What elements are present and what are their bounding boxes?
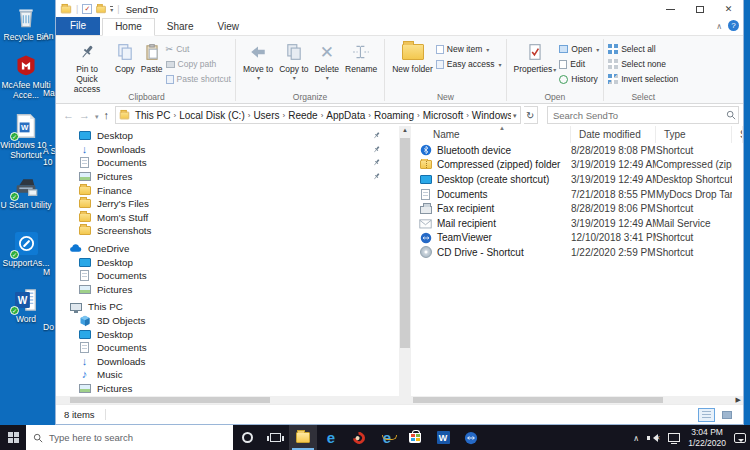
tab-home[interactable]: Home (102, 18, 155, 36)
recent-locations-icon[interactable] (95, 109, 99, 121)
nav-vertical-scrollbar[interactable]: ▲ (399, 126, 411, 396)
breadcrumb-appdata[interactable]: AppData (323, 110, 368, 121)
refresh-button[interactable] (524, 106, 538, 124)
sidebar-item-3d-objects[interactable]: 3D Objects (56, 314, 399, 328)
sidebar-item-jerry-s-files[interactable]: Jerry's Files (56, 197, 399, 211)
properties-button[interactable]: Properties (511, 39, 560, 76)
sidebar-item-desktop[interactable]: Desktop (56, 129, 399, 143)
sidebar-item-music[interactable]: ♪Music (56, 368, 399, 382)
nav-horizontal-scrollbar[interactable] (56, 396, 411, 404)
search-box[interactable] (547, 106, 739, 124)
taskbar-clock[interactable]: 3:04 PM 1/22/2020 (688, 427, 726, 447)
breadcrumb-microsoft[interactable]: Microsoft (420, 110, 467, 121)
sidebar-item-downloads[interactable]: ↓Downloads (56, 355, 399, 369)
file-row-mail-recipient[interactable]: Mail recipient3/19/2019 12:49 AMMail Ser… (411, 216, 743, 231)
taskbar-tvcircle-icon[interactable] (457, 425, 485, 450)
sidebar-item-mom-s-stuff[interactable]: Mom's Stuff (56, 211, 399, 225)
rename-button[interactable]: Rename (342, 39, 380, 76)
taskbar-search[interactable]: Type here to search (26, 425, 233, 450)
sidebar-item-this-pc[interactable]: This PC (56, 300, 399, 314)
list-horizontal-scrollbar[interactable]: ▶ (411, 396, 743, 404)
sidebar-item-onedrive[interactable]: OneDrive (56, 242, 399, 256)
action-center-icon[interactable] (734, 433, 746, 443)
help-icon[interactable]: ? (728, 20, 739, 31)
copy-button[interactable]: Copy (112, 39, 138, 76)
file-row-teamviewer[interactable]: TeamViewer12/10/2018 3:41 PMShortcut (411, 231, 743, 246)
invert-selection-button[interactable]: Invert selection (608, 72, 678, 86)
file-row-fax-recipient[interactable]: Fax recipient8/28/2019 8:06 PMShortcut (411, 201, 743, 216)
copy-path-button[interactable]: Copy path (166, 57, 231, 71)
scroll-right-icon[interactable]: ▶ (736, 396, 741, 404)
tab-file[interactable]: File (56, 17, 100, 35)
start-button[interactable] (0, 425, 26, 450)
maximize-button[interactable] (685, 0, 714, 18)
sidebar-item-pictures[interactable]: Pictures (56, 382, 399, 396)
breadcrumb-users[interactable]: Users (250, 110, 282, 121)
column-header-type[interactable]: Type (656, 126, 732, 143)
sidebar-item-pictures[interactable]: Pictures (56, 170, 399, 184)
breadcrumb-this-pc[interactable]: This PC (132, 110, 174, 121)
paste-button[interactable]: Paste (138, 39, 166, 76)
taskbar-redapp-icon[interactable] (345, 425, 373, 450)
minimize-button[interactable] (656, 0, 685, 18)
breadcrumb-local-disk-c-[interactable]: Local Disk (C:) (176, 110, 248, 121)
tab-view[interactable]: View (206, 19, 252, 35)
taskbar-taskview-icon[interactable] (261, 425, 289, 450)
search-input[interactable] (548, 110, 724, 121)
sidebar-item-desktop[interactable]: Desktop (56, 327, 399, 341)
network-icon[interactable] (668, 433, 680, 442)
qat-new-folder-icon[interactable] (97, 5, 107, 12)
sidebar-item-downloads[interactable]: ↓Downloads (56, 143, 399, 157)
sidebar-item-finance[interactable]: Finance (56, 183, 399, 197)
scrollbar-thumb[interactable] (400, 138, 410, 348)
breadcrumb-roaming[interactable]: Roaming (371, 110, 417, 121)
breadcrumb-reede[interactable]: Reede (285, 110, 320, 121)
column-header-size[interactable]: Size (732, 126, 743, 143)
taskbar-ie-icon[interactable]: e (373, 425, 401, 450)
large-icons-view-button[interactable] (718, 408, 735, 422)
new-item-button[interactable]: New item (436, 42, 502, 56)
taskbar-word-icon[interactable]: W (429, 425, 457, 450)
sidebar-item-pictures[interactable]: Pictures (56, 283, 399, 297)
file-row-compressed-zipped-folder[interactable]: Compressed (zipped) folder3/19/2019 12:4… (411, 158, 743, 173)
desktop-icon-u-scan-utility[interactable]: ✓U Scan Utility (0, 172, 52, 210)
tab-share[interactable]: Share (155, 19, 206, 35)
qat-customize-icon[interactable]: ▾ (110, 6, 113, 13)
new-folder-button[interactable]: New folder (389, 39, 436, 76)
sidebar-item-screenshots[interactable]: Screenshots (56, 224, 399, 238)
scrollbar-up-icon[interactable]: ▲ (399, 127, 411, 133)
file-row-bluetooth-device[interactable]: Bluetooth device8/28/2019 8:08 PMShortcu… (411, 143, 743, 158)
desktop-icon-word[interactable]: W✓Word (0, 286, 52, 324)
sidebar-item-desktop[interactable]: Desktop (56, 255, 399, 269)
volume-muted-icon[interactable]: ✕ (647, 433, 660, 443)
column-header-date-modified[interactable]: Date modified (571, 126, 656, 143)
column-header-name[interactable]: Name (411, 126, 571, 143)
delete-button[interactable]: ✕ Delete (311, 39, 342, 83)
history-button[interactable]: History (559, 72, 599, 86)
taskbar-edge-icon[interactable]: e (317, 425, 345, 450)
address-dropdown-icon[interactable]: ▾ (513, 112, 517, 119)
paste-shortcut-button[interactable]: Paste shortcut (166, 72, 231, 86)
file-row-documents[interactable]: Documents7/21/2018 8:55 PMMyDocs Drop Ta… (411, 187, 743, 202)
desktop-icon-supportas-[interactable]: ✓SupportAs... (0, 230, 52, 268)
sidebar-item-documents[interactable]: Documents (56, 341, 399, 355)
cut-button[interactable]: Cut (166, 42, 231, 56)
move-to-button[interactable]: Move to (240, 39, 276, 83)
select-none-button[interactable]: Select none (608, 57, 678, 71)
taskbar-explorer-icon[interactable] (289, 425, 317, 450)
easy-access-button[interactable]: Easy access (436, 57, 502, 71)
qat-properties-icon[interactable]: ✓ (82, 4, 92, 14)
forward-button[interactable] (79, 109, 90, 121)
show-hidden-icons-icon[interactable] (633, 432, 639, 443)
taskbar-cortana-icon[interactable] (233, 425, 261, 450)
taskbar-store-icon[interactable] (401, 425, 429, 450)
address-bar[interactable]: This PC›Local Disk (C:)›Users›Reede›AppD… (115, 106, 521, 124)
back-button[interactable] (63, 109, 74, 121)
select-all-button[interactable]: Select all (608, 42, 678, 56)
close-button[interactable] (714, 0, 743, 18)
sidebar-item-documents[interactable]: Documents (56, 156, 399, 170)
file-row-cd-drive-shortcut[interactable]: CD Drive - Shortcut1/22/2020 2:59 PMShor… (411, 245, 743, 260)
minimize-ribbon-icon[interactable] (716, 20, 722, 31)
details-view-button[interactable] (698, 408, 715, 422)
file-row-desktop-create-shortcut-[interactable]: Desktop (create shortcut)3/19/2019 12:49… (411, 172, 743, 187)
